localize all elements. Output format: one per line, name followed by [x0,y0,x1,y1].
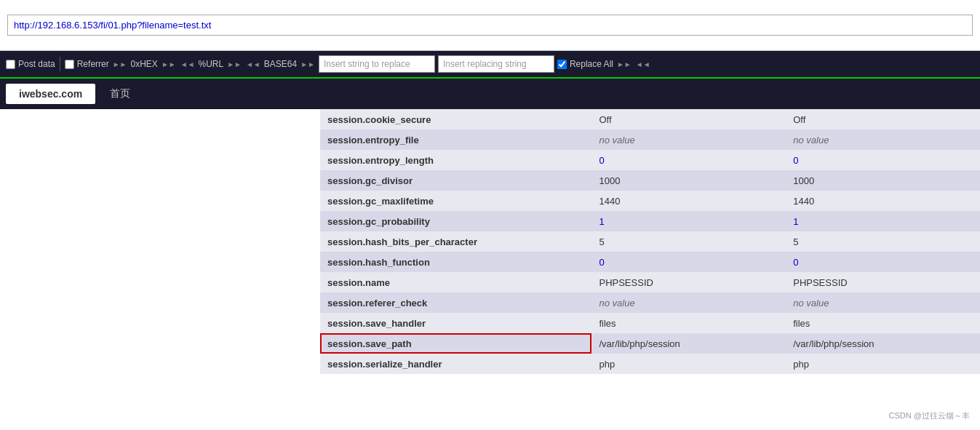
cell-master: /var/lib/php/session [786,333,980,354]
session-table: session.cookie_secureOffOffsession.entro… [320,109,980,374]
replace-all-label: Replace All [570,59,613,69]
cell-local: files [591,313,786,333]
cell-local: 0 [591,252,786,272]
watermark: CSDN @过往云烟～丰 [886,409,973,423]
hex-label: 0xHEX [131,59,158,69]
cell-master: files [786,313,980,333]
table-row: session.save_handlerfilesfiles [320,313,980,333]
table-row: session.hash_function00 [320,252,980,272]
cell-key: session.gc_probability [320,211,591,231]
arrow-7: ►► [617,60,632,68]
cell-local: Off [591,109,786,130]
base64-label: BASE64 [264,59,297,69]
post-data-checkbox[interactable] [6,60,15,69]
arrow-8: ◄◄ [636,60,650,68]
cell-master: php [786,354,980,374]
navbar: iwebsec.com 首页 [0,79,980,109]
cell-local: 1 [591,211,786,231]
base64-item[interactable]: BASE64 [264,59,297,69]
hex-item[interactable]: 0xHEX [131,59,158,69]
cell-local: /var/lib/php/session [591,333,786,354]
main-content: session.cookie_secureOffOffsession.entro… [0,109,980,430]
table-row: session.hash_bits_per_character55 [320,231,980,252]
cell-key: session.serialize_handler [320,354,591,374]
url-label: %URL [198,59,223,69]
cell-master: 1000 [786,170,980,191]
arrow-5: ◄◄ [246,60,260,68]
cell-key: session.referer_check [320,292,591,313]
table-row: session.cookie_secureOffOff [320,109,980,130]
table-row: session.gc_probability11 [320,211,980,231]
cell-local: PHPSESSID [591,272,786,292]
cell-local: no value [591,130,786,150]
separator-1 [60,57,60,71]
table-row: session.save_path/var/lib/php/session/va… [320,333,980,354]
url-item[interactable]: %URL [198,59,223,69]
cell-key: session.entropy_file [320,130,591,150]
cell-key: session.hash_bits_per_character [320,231,591,252]
arrow-4: ►► [227,60,242,68]
cell-master: PHPSESSID [786,272,980,292]
table-row: session.namePHPSESSIDPHPSESSID [320,272,980,292]
replace-all-checkbox[interactable] [557,60,567,69]
url-bar [0,0,980,51]
cell-local: 1000 [591,170,786,191]
cell-master: 0 [786,150,980,170]
cell-key: session.cookie_secure [320,109,591,130]
referrer-checkbox[interactable] [65,60,74,69]
replace-all-item[interactable]: Replace All [557,59,613,69]
toolbar: Post data Referrer ►► 0xHEX ►► ◄◄ %URL ►… [0,51,980,79]
cell-master: 5 [786,231,980,252]
referrer-label: Referrer [77,59,109,69]
table-row: session.entropy_length00 [320,150,980,170]
cell-master: Off [786,109,980,130]
cell-master: no value [786,130,980,150]
arrow-3: ◄◄ [180,60,195,68]
arrow-6: ►► [300,60,315,68]
cell-local: php [591,354,786,374]
cell-key: session.save_path [320,333,591,354]
cell-key: session.save_handler [320,313,591,333]
table-row: session.gc_maxlifetime14401440 [320,191,980,211]
table-row: session.serialize_handlerphpphp [320,354,980,374]
cell-master: no value [786,292,980,313]
cell-local: no value [591,292,786,313]
cell-master: 0 [786,252,980,272]
nav-link-home[interactable]: 首页 [101,81,139,106]
post-data-item[interactable]: Post data [6,59,55,69]
cell-key: session.gc_divisor [320,170,591,191]
table-row: session.gc_divisor10001000 [320,170,980,191]
url-input[interactable] [7,15,973,36]
cell-master: 1 [786,211,980,231]
data-table: session.cookie_secureOffOffsession.entro… [320,109,980,430]
cell-local: 1440 [591,191,786,211]
arrow-1: ►► [113,60,127,68]
post-data-label: Post data [18,59,55,69]
arrow-2: ►► [162,60,176,68]
cell-local: 0 [591,150,786,170]
cell-key: session.gc_maxlifetime [320,191,591,211]
left-spacer [0,109,320,430]
insert-replace-input[interactable] [319,55,435,73]
cell-key: session.entropy_length [320,150,591,170]
table-row: session.referer_checkno valueno value [320,292,980,313]
cell-local: 5 [591,231,786,252]
cell-master: 1440 [786,191,980,211]
referrer-item[interactable]: Referrer [65,59,109,69]
cell-key: session.hash_function [320,252,591,272]
nav-logo[interactable]: iwebsec.com [6,84,95,104]
insert-replacing-input[interactable] [438,55,554,73]
cell-key: session.name [320,272,591,292]
table-row: session.entropy_fileno valueno value [320,130,980,150]
